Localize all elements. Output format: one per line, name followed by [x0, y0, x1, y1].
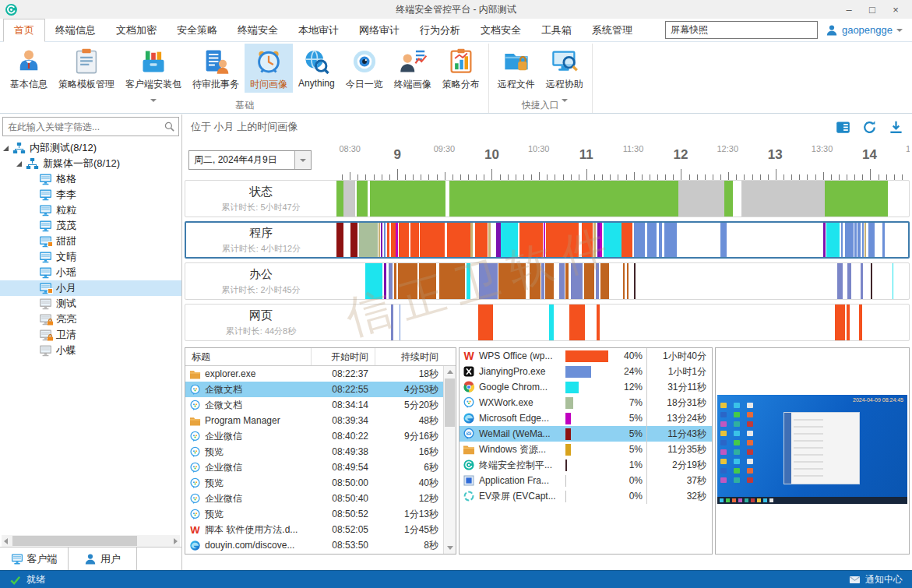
timeline-segment[interactable]: [559, 263, 565, 299]
ribbon-button-approval-doc[interactable]: 待审批事务: [187, 44, 245, 93]
table-row[interactable]: 企业微信08:49:546秒: [185, 459, 443, 475]
column-header-0[interactable]: 标题: [185, 350, 311, 364]
table-row[interactable]: Application Fra...0%37秒: [460, 473, 712, 488]
timeline-segment[interactable]: [501, 223, 518, 257]
scrollbar-thumb[interactable]: [12, 536, 137, 546]
timeline-segment[interactable]: [621, 223, 632, 257]
table-row[interactable]: Microsoft Edge...5%13分24秒: [460, 410, 712, 426]
timeline-segment[interactable]: [597, 305, 600, 340]
timeline-segment[interactable]: [475, 223, 488, 257]
timeline-segment[interactable]: [847, 305, 850, 340]
menu-tab-4[interactable]: 终端安全: [227, 19, 288, 41]
download-icon[interactable]: [889, 120, 903, 135]
scrollbar-thumb[interactable]: [445, 379, 455, 427]
timeline-track-1[interactable]: 程序累计时长: 4小时12分: [185, 221, 910, 259]
minimize-button[interactable]: –: [837, 4, 861, 16]
ribbon-button-clock[interactable]: 时间画像: [245, 44, 293, 93]
timeline-segment[interactable]: [868, 223, 874, 257]
menu-tab-1[interactable]: 终端信息: [45, 19, 106, 41]
tree-item-5[interactable]: 茂茂: [0, 218, 181, 234]
tree-item-9[interactable]: 小月: [0, 280, 181, 296]
column-header-2[interactable]: 持续时间: [375, 348, 443, 365]
timeline-segment[interactable]: [584, 263, 595, 299]
timeline-segment[interactable]: [399, 223, 409, 257]
timeline-segment[interactable]: [569, 305, 585, 340]
timeline-track-2[interactable]: 办公累计时长: 2小时45分: [185, 262, 910, 300]
timeline-segment[interactable]: [871, 263, 872, 299]
timeline-segment[interactable]: [627, 263, 629, 299]
timeline-segment[interactable]: [439, 263, 465, 299]
timeline-segment[interactable]: [647, 223, 657, 257]
timeline-segment[interactable]: [391, 223, 395, 257]
timeline-segment[interactable]: [582, 223, 593, 257]
timeline-segment[interactable]: [479, 263, 498, 299]
timeline-segment[interactable]: [724, 181, 733, 217]
timeline-segment[interactable]: [565, 263, 569, 299]
timeline-segment[interactable]: [596, 263, 599, 299]
timeline-segment[interactable]: [343, 181, 355, 217]
table-row[interactable]: 企微文档08:22:554分53秒: [185, 382, 443, 397]
timeline-segment[interactable]: [541, 263, 544, 299]
tree-item-12[interactable]: 卫清: [0, 327, 181, 343]
table-row[interactable]: W脚本 软件使用方法.d...08:52:051分45秒: [185, 522, 443, 537]
ribbon-button-clipboard[interactable]: 策略模板管理: [53, 44, 120, 93]
timeline-segment[interactable]: [470, 223, 473, 257]
tree-item-3[interactable]: 李李: [0, 187, 181, 202]
menu-tab-5[interactable]: 本地审计: [288, 19, 349, 41]
timeline-segment[interactable]: [546, 223, 579, 257]
timeline-segment[interactable]: [379, 223, 380, 257]
timeline-segment[interactable]: [600, 223, 602, 257]
timeline-segment[interactable]: [384, 223, 386, 257]
timeline-segment[interactable]: [604, 223, 621, 257]
filter-input[interactable]: [3, 121, 164, 132]
timeline-segment[interactable]: [678, 181, 725, 217]
timeline-segment[interactable]: [396, 223, 397, 257]
horizontal-scrollbar[interactable]: [2, 535, 180, 547]
table-row[interactable]: WeMail (WeMa...5%11分43秒: [460, 426, 712, 442]
timeline-segment[interactable]: [861, 263, 864, 299]
tree-item-7[interactable]: 文晴: [0, 249, 181, 265]
timeline-segment[interactable]: [837, 263, 843, 299]
timeline-segment[interactable]: [389, 263, 393, 299]
timeline-segment[interactable]: [882, 223, 885, 257]
search-icon[interactable]: [164, 121, 175, 132]
timeline-segment[interactable]: [410, 223, 419, 257]
search-input[interactable]: [665, 21, 818, 39]
scroll-left-icon[interactable]: [4, 538, 8, 544]
tree-item-1[interactable]: 新媒体一部(8/12): [0, 156, 181, 171]
menu-tab-10[interactable]: 系统管理: [582, 19, 643, 41]
timeline-segment[interactable]: [336, 223, 343, 257]
expander-icon[interactable]: [3, 146, 9, 151]
table-row[interactable]: EV录屏 (EVCapt...0%32秒: [460, 488, 712, 504]
timeline-segment[interactable]: [365, 263, 382, 299]
timeline-segment[interactable]: [381, 223, 382, 257]
detail-panel-icon[interactable]: [836, 120, 850, 135]
timeline-segment[interactable]: [488, 223, 491, 257]
table-row[interactable]: 终端安全控制平...1%2分19秒: [460, 457, 712, 473]
timeline-segment[interactable]: [659, 223, 662, 257]
notification-center[interactable]: 通知中心: [849, 573, 903, 586]
timeline-segment[interactable]: [545, 263, 554, 299]
timeline-segment[interactable]: [720, 223, 727, 257]
table-row[interactable]: douyin.com/discove...08:53:508秒: [185, 537, 443, 553]
timeline-segment[interactable]: [496, 223, 501, 257]
timeline-segment[interactable]: [634, 263, 636, 299]
menu-tab-7[interactable]: 行为分析: [410, 19, 470, 41]
timeline-segment[interactable]: [519, 223, 543, 257]
timeline-segment[interactable]: [593, 223, 596, 257]
timeline-segment[interactable]: [841, 223, 843, 257]
expander-icon[interactable]: [16, 161, 22, 167]
ribbon-button-board-chart[interactable]: 策略分布: [437, 44, 485, 93]
date-select[interactable]: 周二, 2024年4月9日: [188, 150, 312, 170]
timeline-segment[interactable]: [549, 305, 554, 340]
timeline-track-0[interactable]: 状态累计时长: 5小时47分: [185, 180, 910, 217]
timeline-segment[interactable]: [387, 223, 390, 257]
scroll-right-icon[interactable]: [174, 538, 178, 544]
vertical-scrollbar[interactable]: [443, 366, 456, 554]
timeline-segment[interactable]: [623, 263, 625, 299]
ribbon-button-globe-search[interactable]: Anything: [293, 44, 340, 90]
ribbon-button-folder-lock[interactable]: 远程文件: [492, 44, 541, 93]
timeline-segment[interactable]: [859, 305, 862, 340]
sidebar-tab-clients[interactable]: 客户端: [0, 548, 69, 570]
tree-item-13[interactable]: 小蝶: [0, 343, 181, 358]
